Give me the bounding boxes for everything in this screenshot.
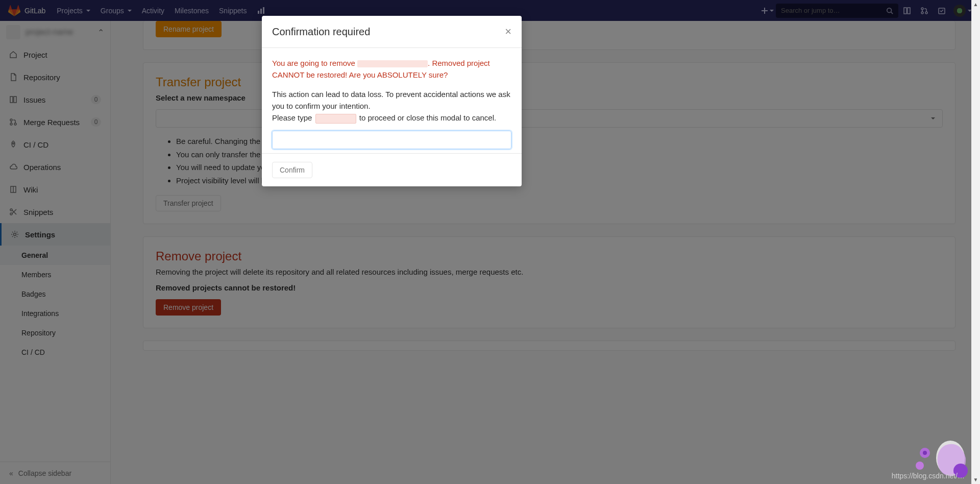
modal-close-button[interactable]: × (505, 25, 511, 38)
confirmation-input[interactable] (272, 131, 511, 149)
page-scrollbar[interactable]: ▲ ▼ (971, 0, 980, 484)
modal-body-text-2: Please type to proceed or close this mod… (272, 112, 511, 124)
modal-title: Confirmation required (272, 26, 370, 38)
confirm-button[interactable]: Confirm (272, 162, 312, 178)
modal-warning: You are going to remove . Removed projec… (272, 57, 511, 81)
modal-body-text-1: This action can lead to data loss. To pr… (272, 88, 511, 112)
modal-footer: Confirm (262, 153, 522, 186)
redacted-project-path (357, 60, 428, 67)
modal-header: Confirmation required × (262, 16, 522, 48)
redacted-confirm-phrase (315, 114, 356, 124)
scroll-up-arrow[interactable]: ▲ (971, 0, 980, 9)
scroll-down-arrow[interactable]: ▼ (971, 475, 980, 484)
modal-body: You are going to remove . Removed projec… (262, 48, 522, 153)
confirmation-modal: Confirmation required × You are going to… (262, 16, 522, 186)
